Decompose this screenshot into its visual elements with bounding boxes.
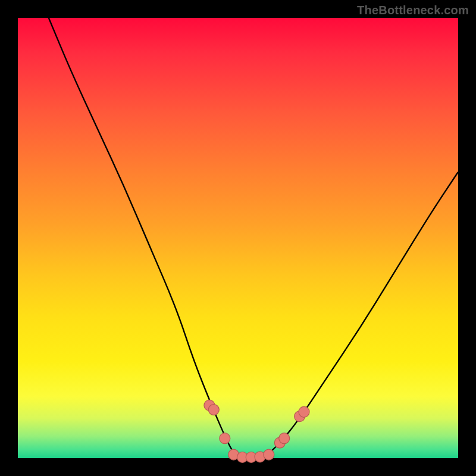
chart-frame: TheBottleneck.com: [0, 0, 476, 476]
watermark-text: TheBottleneck.com: [357, 4, 469, 17]
plot-area: [18, 18, 458, 458]
